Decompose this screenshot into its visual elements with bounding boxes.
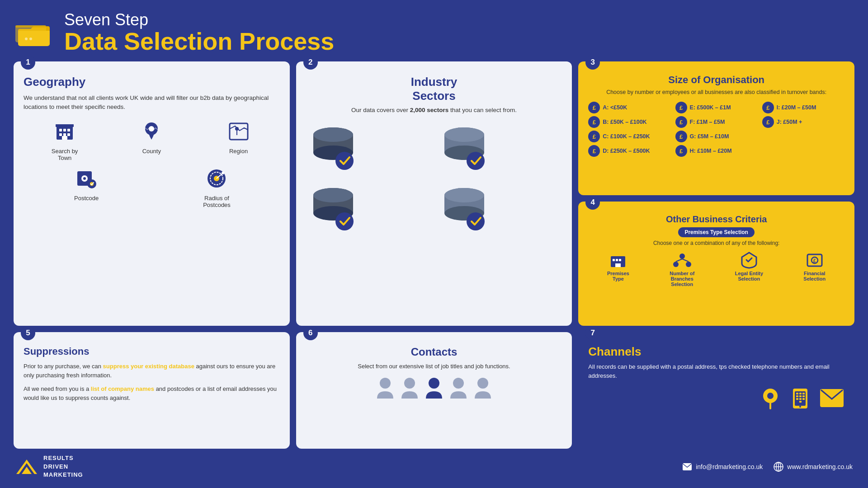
svg-text:£: £ (813, 258, 816, 263)
premises-type-label: PremisesType (607, 271, 629, 282)
pound-icon-g: £ (675, 131, 687, 142)
svg-rect-8 (67, 129, 70, 131)
geo-radius-label: Radius ofPostcodes (203, 195, 231, 208)
svg-rect-50 (616, 259, 618, 261)
geo-postcode: Postcode (24, 166, 149, 208)
geo-search-town: Search byTown (24, 119, 106, 161)
step-4-badge: 4 (585, 195, 600, 210)
svg-rect-74 (796, 395, 798, 397)
svg-point-42 (335, 212, 354, 230)
band-i: £ I: £20M – £50M (762, 102, 844, 113)
pound-icon-i: £ (762, 102, 774, 113)
svg-rect-16 (230, 123, 248, 140)
pound-icon-j: £ (762, 116, 774, 128)
svg-point-31 (313, 127, 353, 142)
svg-rect-49 (613, 259, 615, 261)
financial-item: £ FinancialSelection (803, 251, 826, 282)
geography-desc: We understand that not all clients work … (24, 94, 280, 112)
legal-entity-label: Legal EntitySelection (735, 271, 763, 282)
step-1-badge: 1 (21, 55, 35, 70)
footer-website-text: www.rdmarketing.co.uk (787, 463, 853, 470)
financial-label: FinancialSelection (803, 271, 826, 282)
header-subtitle: Seven Step (64, 11, 334, 29)
size-title: Size of Organisation (588, 74, 844, 86)
database-icons (306, 121, 562, 236)
channels-desc: All records can be supplied with a posta… (588, 362, 844, 380)
svg-point-64 (453, 378, 464, 389)
industry-desc: Our data covers over 2,000 sectors that … (306, 106, 562, 115)
svg-point-32 (335, 152, 354, 170)
database-icon-2 (437, 121, 562, 175)
step-6-badge: 6 (303, 326, 318, 340)
svg-rect-51 (619, 259, 621, 261)
postcode-icon (74, 166, 99, 191)
footer-website: www.rdmarketing.co.uk (774, 462, 853, 472)
branches-label: Number ofBranchesSelection (670, 271, 694, 287)
premises-type-item: PremisesType (607, 251, 629, 282)
svg-point-46 (444, 188, 484, 202)
other-business-card: 4 Other Business Criteria Premises Type … (578, 202, 854, 325)
svg-rect-9 (59, 133, 62, 136)
svg-line-57 (682, 259, 689, 262)
svg-rect-52 (615, 263, 621, 267)
rdm-logo-icon (15, 459, 38, 475)
premises-badge: Premises Type Selection (678, 227, 755, 237)
band-g: £ G: £5M – £10M (675, 131, 758, 142)
folder-icon (14, 16, 54, 48)
pound-icon-f: £ (675, 116, 687, 128)
geo-county: County (110, 119, 193, 161)
header: Seven Step Data Selection Process (14, 11, 854, 53)
svg-point-21 (83, 177, 86, 180)
other-choose-text: Choose one or a combination of any of th… (588, 240, 844, 246)
geography-bottom-icons: Postcode Radius ofPostcodes (24, 166, 280, 208)
contacts-desc: Select from our extensive list of job ti… (306, 362, 562, 371)
location-pin-icon (139, 119, 164, 144)
band-f: £ F: £1M – £5M (675, 116, 758, 128)
suppressions-title: Suppressions (24, 346, 280, 357)
svg-rect-2 (15, 25, 46, 28)
svg-point-55 (686, 262, 691, 267)
svg-rect-71 (796, 393, 798, 394)
band-h: £ H: £10M – £20M (675, 145, 758, 157)
building-icon (52, 119, 77, 144)
band-j: £ J: £50M + (762, 116, 844, 128)
svg-rect-80 (799, 401, 802, 403)
svg-rect-7 (63, 129, 66, 131)
svg-point-47 (467, 212, 485, 230)
industry-card: 2 IndustrySectors Our data covers over 2… (296, 61, 572, 326)
pound-icon-b: £ (588, 116, 600, 128)
geo-radius: Radius ofPostcodes (154, 166, 279, 208)
geo-region-label: Region (229, 148, 248, 155)
region-map-icon (226, 119, 251, 144)
suppressions-card: 5 Suppressions Prior to any purchase, we… (14, 332, 290, 449)
svg-point-61 (380, 378, 391, 389)
phone-channel-icon (789, 386, 811, 410)
geography-title: Geography (24, 75, 280, 89)
svg-rect-77 (796, 398, 798, 400)
channels-card: 7 Channels All records can be supplied w… (578, 332, 854, 449)
industry-title: IndustrySectors (306, 75, 562, 103)
email-footer-icon (682, 463, 692, 471)
branches-item: Number ofBranchesSelection (670, 251, 694, 287)
pound-icon-a: £ (588, 102, 600, 113)
header-title: Data Selection Process (64, 29, 334, 53)
svg-point-4 (29, 38, 32, 40)
geo-county-label: County (142, 148, 161, 155)
svg-point-67 (767, 393, 774, 399)
svg-point-53 (679, 253, 685, 259)
svg-point-17 (235, 127, 239, 131)
contacts-card: 6 Contacts Select from our extensive lis… (296, 332, 572, 449)
legal-entity-item: Legal EntitySelection (735, 251, 763, 282)
svg-line-56 (676, 259, 682, 262)
footer-email: info@rdmarketing.co.uk (682, 463, 763, 471)
svg-rect-76 (802, 395, 805, 397)
svg-point-3 (25, 38, 28, 40)
band-e: £ E: £500K – £1M (675, 102, 758, 113)
pound-icon-e: £ (675, 102, 687, 113)
svg-rect-72 (799, 393, 802, 394)
svg-rect-12 (62, 136, 67, 140)
database-icon-3 (306, 182, 431, 236)
svg-rect-10 (63, 133, 66, 136)
size-card: 3 Size of Organisation Choose by number … (578, 61, 854, 196)
svg-rect-73 (802, 393, 805, 394)
